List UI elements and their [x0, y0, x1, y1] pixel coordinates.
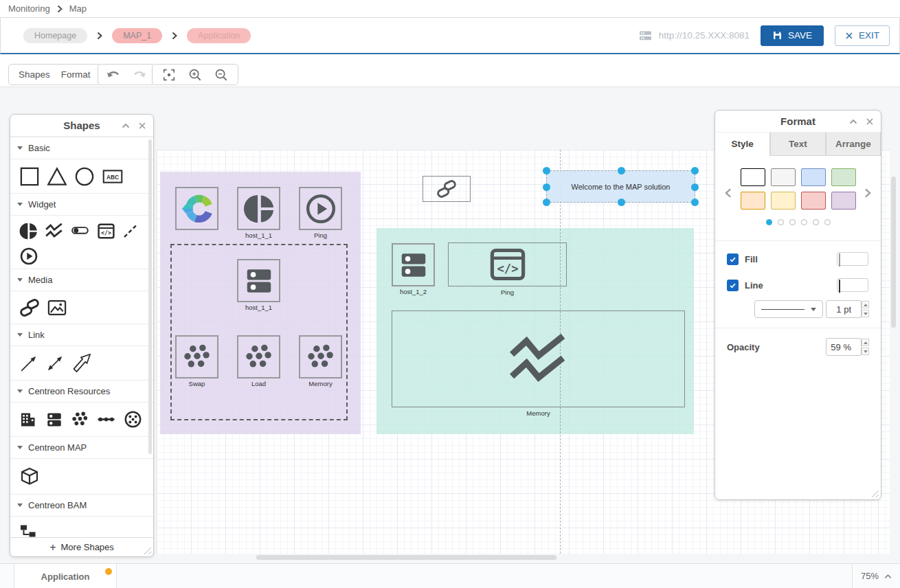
shape-pie-chart[interactable] [19, 222, 38, 240]
fill-checkbox[interactable] [727, 253, 739, 265]
more-shapes-button[interactable]: + More Shapes [10, 537, 153, 556]
line-color-button[interactable] [837, 278, 868, 292]
node-ping-code[interactable]: Ping [448, 242, 567, 286]
line-style-dropdown[interactable] [754, 300, 823, 318]
exit-button[interactable]: EXIT [835, 25, 890, 46]
shape-triangle[interactable] [47, 166, 67, 187]
node-url-link[interactable] [423, 176, 471, 202]
selection-handle[interactable] [543, 167, 550, 174]
style-swatch[interactable] [801, 192, 826, 210]
style-swatch[interactable] [831, 168, 856, 186]
carousel-dot[interactable] [801, 219, 807, 225]
resize-handle[interactable] [870, 488, 879, 497]
shape-textbox-abc[interactable] [102, 166, 124, 187]
selection-handle[interactable] [543, 183, 550, 191]
shape-metaservice[interactable] [97, 410, 115, 429]
opacity-input[interactable] [826, 338, 862, 356]
shape-arrow[interactable] [19, 354, 38, 373]
shape-circle[interactable] [74, 166, 95, 187]
save-button[interactable]: SAVE [761, 25, 824, 46]
section-centreon-map[interactable]: Centreon MAP [10, 436, 153, 458]
carousel-dot[interactable] [813, 219, 819, 225]
panel-scrollbar[interactable] [148, 139, 152, 454]
style-swatch[interactable] [831, 192, 856, 210]
diagram-canvas[interactable]: host_1_1 Ping host_1_1 Swap Load Memory … [0, 87, 900, 563]
shape-double-arrow[interactable] [45, 354, 65, 373]
shape-image[interactable] [47, 297, 67, 318]
section-centreon-bam[interactable]: Centreon BAM [10, 494, 153, 516]
node-swap[interactable]: Swap [175, 335, 218, 378]
breadcrumb-map[interactable]: Map [69, 3, 87, 14]
carousel-prev-icon[interactable] [725, 188, 732, 199]
zoom-out-icon[interactable] [214, 68, 228, 82]
selection-handle[interactable] [691, 199, 699, 206]
fill-color-button[interactable] [837, 252, 868, 266]
carousel-dot[interactable] [766, 219, 772, 225]
shape-hostgroup[interactable] [19, 411, 37, 429]
shape-gauge[interactable] [71, 221, 90, 240]
carousel-dot[interactable] [778, 219, 784, 225]
zoom-in-icon[interactable] [188, 68, 202, 82]
tab-application[interactable]: Application [14, 564, 117, 588]
node-host-1-2[interactable]: host_1_2 [392, 243, 435, 286]
style-swatch[interactable] [741, 192, 765, 210]
line-width-input[interactable] [826, 300, 862, 318]
shape-media-player[interactable] [19, 247, 38, 266]
style-swatch[interactable] [801, 168, 826, 186]
menu-shapes[interactable]: Shapes [19, 69, 50, 80]
node-host-1-1-server[interactable]: host_1_1 [237, 259, 280, 302]
shape-url-link[interactable] [19, 297, 40, 318]
breadcrumb-monitoring[interactable]: Monitoring [8, 3, 50, 14]
section-centreon-resources[interactable]: Centreon Resources [10, 380, 153, 402]
chip-map-1[interactable]: MAP_1 [112, 28, 162, 43]
close-icon[interactable] [866, 117, 874, 126]
shape-servicegroup[interactable] [71, 411, 89, 428]
line-checkbox[interactable] [727, 280, 739, 291]
node-ping-player[interactable]: Ping [299, 187, 342, 230]
spin-up-icon[interactable] [862, 301, 869, 308]
node-memory-dots[interactable]: Memory [299, 335, 342, 378]
selection-handle[interactable] [618, 199, 625, 206]
welcome-textbox[interactable]: Welcome to the MAP solution [546, 170, 695, 203]
style-swatch[interactable] [771, 192, 796, 210]
section-widget[interactable]: Widget [10, 193, 153, 215]
shape-graph-lines[interactable] [45, 221, 64, 240]
zoom-level-control[interactable]: 75% [852, 564, 900, 588]
fit-screen-icon[interactable] [162, 68, 176, 82]
style-swatch[interactable] [741, 168, 765, 186]
spin-down-icon[interactable] [862, 310, 869, 317]
section-basic[interactable]: Basic [10, 137, 153, 159]
horizontal-scrollbar[interactable] [256, 555, 556, 560]
selection-handle[interactable] [618, 167, 625, 174]
collapse-icon[interactable] [122, 123, 130, 128]
shape-service[interactable] [124, 410, 142, 429]
tab-arrange[interactable]: Arrange [826, 133, 881, 156]
undo-icon[interactable] [106, 69, 121, 80]
redo-icon[interactable] [132, 69, 146, 80]
close-icon[interactable] [138, 122, 146, 130]
node-host-1-1-pie[interactable]: host_1_1 [237, 187, 280, 230]
shape-square[interactable] [19, 166, 40, 187]
tab-text[interactable]: Text [770, 133, 825, 156]
collapse-icon[interactable] [849, 119, 857, 124]
shape-code-window[interactable] [97, 222, 115, 240]
selection-handle[interactable] [543, 199, 550, 206]
shape-dashed-line[interactable] [122, 222, 140, 240]
style-swatch[interactable] [771, 168, 796, 186]
carousel-next-icon[interactable] [864, 188, 871, 199]
carousel-dot[interactable] [824, 219, 831, 225]
spin-down-icon[interactable] [862, 348, 869, 355]
selection-handle[interactable] [691, 183, 699, 191]
shape-block-arrow[interactable] [71, 353, 92, 374]
chip-application[interactable]: Application [187, 28, 251, 43]
shape-container[interactable] [19, 466, 40, 487]
node-load[interactable]: Load [237, 335, 280, 378]
node-centreon-logo[interactable] [175, 187, 218, 230]
menu-format[interactable]: Format [61, 69, 91, 80]
tab-style[interactable]: Style [715, 133, 770, 156]
carousel-dot[interactable] [789, 219, 796, 225]
section-media[interactable]: Media [10, 269, 153, 291]
selection-handle[interactable] [691, 167, 699, 174]
node-memory-graph[interactable]: Memory [392, 310, 685, 407]
section-link[interactable]: Link [10, 324, 153, 346]
